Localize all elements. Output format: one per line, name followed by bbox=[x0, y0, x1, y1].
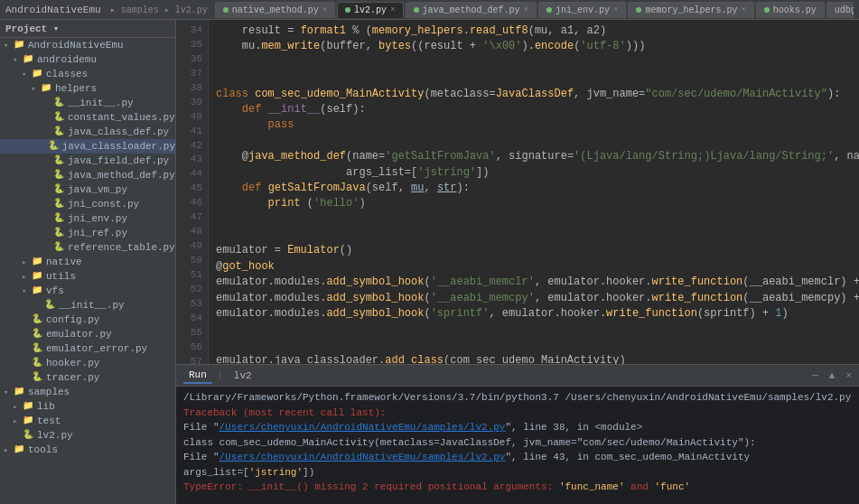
sidebar-item-java-field-def[interactable]: 🐍 java_field_def.py bbox=[0, 154, 175, 168]
sidebar-item-jni-const[interactable]: 🐍 jni_const.py bbox=[0, 197, 175, 211]
project-label: Project ▾ bbox=[5, 23, 59, 34]
tree-label: reference_table.py bbox=[68, 242, 175, 253]
py-icon: 🐍 bbox=[52, 227, 65, 239]
tab-hooks[interactable]: hooks.py bbox=[756, 2, 825, 18]
sidebar-item-lv2[interactable]: 🐍 lv2.py bbox=[0, 428, 175, 443]
tab-memory-helpers[interactable]: memory_helpers.py × bbox=[628, 2, 753, 18]
py-icon: 🐍 bbox=[52, 126, 65, 138]
close-icon[interactable]: × bbox=[613, 5, 618, 14]
sidebar-item-java-classloader[interactable]: 🐍 java_classloader.py bbox=[0, 139, 175, 154]
sidebar-item-java-method-def[interactable]: 🐍 java_method_def.py bbox=[0, 168, 175, 182]
terminal-line-code1: class com_sec_udemo_MainActivity(metacla… bbox=[183, 435, 852, 451]
sidebar: Project ▾ ▾ 📁 AndroidNativeEmu ▾ 📁 andro… bbox=[0, 20, 176, 504]
sidebar-item-native[interactable]: ▸ 📁 native bbox=[0, 255, 175, 269]
sidebar-item-emulator[interactable]: 🐍 emulator.py bbox=[0, 327, 175, 341]
sidebar-item-constant-values[interactable]: 🐍 constant_values.py bbox=[0, 110, 175, 125]
breadcrumb: ▸ samples bbox=[110, 5, 159, 15]
tree-label: jni_ref.py bbox=[68, 228, 127, 238]
sidebar-item-tracer[interactable]: 🐍 tracer.py bbox=[0, 370, 175, 385]
sidebar-item-samples[interactable]: ▾ 📁 samples bbox=[0, 385, 175, 399]
sidebar-item-emulator-error[interactable]: 🐍 emulator_error.py bbox=[0, 341, 175, 356]
sidebar-item-jni-env[interactable]: 🐍 jni_env.py bbox=[0, 211, 175, 226]
tab-label: hooks.py bbox=[773, 5, 817, 15]
terminal-command: /Library/Frameworks/Python.framework/Ver… bbox=[183, 390, 852, 406]
sidebar-item-androidemu[interactable]: ▾ 📁 androidemu bbox=[0, 52, 175, 67]
sidebar-item-init[interactable]: 🐍 __init__.py bbox=[0, 96, 175, 110]
expand-arrow: ▸ bbox=[4, 445, 13, 455]
close-icon[interactable]: × bbox=[322, 5, 327, 14]
sidebar-item-root[interactable]: ▾ 📁 AndroidNativeEmu bbox=[0, 38, 175, 52]
sidebar-item-test[interactable]: ▸ 📁 test bbox=[0, 414, 175, 428]
tree-label: lv2.py bbox=[37, 430, 73, 441]
py-icon: 🐍 bbox=[52, 154, 65, 167]
sidebar-item-helpers[interactable]: ▾ 📁 helpers bbox=[0, 81, 175, 96]
tab-jni-env[interactable]: jni_env.py × bbox=[538, 2, 626, 18]
app-title: AndroidNativeEmu bbox=[5, 5, 101, 15]
tree-label: emulator_error.py bbox=[46, 343, 147, 354]
tree-label: tools bbox=[28, 444, 58, 455]
py-icon: 🐍 bbox=[52, 212, 65, 225]
sidebar-item-config[interactable]: 🐍 config.py bbox=[0, 313, 175, 327]
tree-label: tracer.py bbox=[46, 372, 99, 383]
breadcrumb2: ▸ lv2.py bbox=[164, 5, 208, 15]
tree-label: java_vm_py bbox=[68, 184, 127, 195]
sidebar-item-utils[interactable]: ▸ 📁 utils bbox=[0, 269, 175, 284]
main-area: Project ▾ ▾ 📁 AndroidNativeEmu ▾ 📁 andro… bbox=[0, 20, 859, 504]
sidebar-item-hooker[interactable]: 🐍 hooker.py bbox=[0, 356, 175, 370]
terminal-line-error: TypeError: __init__() missing 2 required… bbox=[183, 480, 852, 495]
code-editor: 3435363738394041424344454647484950515253… bbox=[176, 20, 859, 364]
code-content[interactable]: result = format1 % (memory_helpers.read_… bbox=[209, 20, 859, 364]
sidebar-item-vfs-init[interactable]: 🐍 __init__.py bbox=[0, 298, 175, 313]
expand-arrow: ▸ bbox=[22, 257, 31, 267]
py-icon: 🐍 bbox=[52, 241, 65, 254]
tab-dot bbox=[636, 7, 641, 13]
tree-label: test bbox=[37, 415, 61, 426]
tab-dot bbox=[764, 7, 770, 13]
terminal-path-link1[interactable]: /Users/chenyuxin/AndroidNativeEmu/sample… bbox=[219, 422, 506, 433]
line-numbers: 3435363738394041424344454647484950515253… bbox=[176, 20, 209, 364]
py-icon: 🐍 bbox=[52, 97, 65, 109]
sidebar-item-lib[interactable]: ▸ 📁 lib bbox=[0, 399, 175, 414]
terminal-tab-run[interactable]: Run bbox=[183, 368, 212, 384]
terminal-line-file2: File "/Users/chenyuxin/AndroidNativeEmu/… bbox=[183, 450, 852, 465]
folder-icon: 📁 bbox=[31, 285, 43, 297]
terminal-line-file1: File "/Users/chenyuxin/AndroidNativeEmu/… bbox=[183, 420, 852, 435]
tree-label: samples bbox=[28, 387, 70, 397]
sidebar-item-reference-table[interactable]: 🐍 reference_table.py bbox=[0, 240, 175, 255]
tab-dot bbox=[345, 7, 350, 13]
sidebar-item-jni-ref[interactable]: 🐍 jni_ref.py bbox=[0, 226, 175, 240]
tree-label: vfs bbox=[46, 285, 64, 296]
tree-label: constant_values.py bbox=[68, 112, 175, 123]
tree-label: jni_const.py bbox=[68, 199, 139, 210]
terminal-tab-lv2[interactable]: lv2 bbox=[229, 369, 257, 383]
sidebar-item-java-class-def[interactable]: 🐍 java_class_def.py bbox=[0, 125, 175, 139]
tree-label: java_classloader.py bbox=[62, 141, 175, 152]
sidebar-item-vfs[interactable]: ▾ 📁 vfs bbox=[0, 284, 175, 298]
tab-label: native_method.py bbox=[232, 5, 319, 15]
folder-icon: 📁 bbox=[31, 256, 43, 268]
close-icon[interactable]: × bbox=[524, 5, 528, 14]
terminal-expand-icon[interactable]: ▲ bbox=[829, 370, 836, 381]
terminal-close-icon[interactable]: × bbox=[845, 370, 852, 381]
expand-arrow: ▸ bbox=[13, 416, 22, 426]
tab-dot bbox=[223, 7, 229, 13]
close-icon[interactable]: × bbox=[741, 5, 745, 14]
sidebar-item-tools[interactable]: ▸ 📁 tools bbox=[0, 443, 175, 457]
tree-label: __init__.py bbox=[59, 300, 125, 311]
expand-arrow: ▸ bbox=[22, 272, 31, 282]
py-icon: 🐍 bbox=[52, 198, 65, 210]
terminal-content: /Library/Frameworks/Python.framework/Ver… bbox=[176, 387, 859, 504]
terminal-path-link2[interactable]: /Users/chenyuxin/AndroidNativeEmu/sample… bbox=[219, 452, 506, 462]
tab-native-method[interactable]: native_method.py × bbox=[215, 2, 335, 18]
tab-lv2[interactable]: lv2.py × bbox=[337, 2, 403, 18]
tab-udbg[interactable]: udbg.py bbox=[826, 2, 854, 18]
tab-label: lv2.py bbox=[354, 5, 387, 15]
sidebar-item-java-vm[interactable]: 🐍 java_vm_py bbox=[0, 182, 175, 197]
sidebar-item-classes[interactable]: ▾ 📁 classes bbox=[0, 67, 175, 81]
expand-arrow: ▾ bbox=[4, 41, 13, 51]
expand-arrow: ▸ bbox=[13, 402, 22, 412]
tab-java-method-def[interactable]: java_method_def.py × bbox=[406, 2, 537, 18]
tab-label: jni_env.py bbox=[556, 5, 610, 15]
terminal-minimize-icon[interactable]: ─ bbox=[812, 370, 818, 381]
close-icon[interactable]: × bbox=[390, 5, 395, 14]
